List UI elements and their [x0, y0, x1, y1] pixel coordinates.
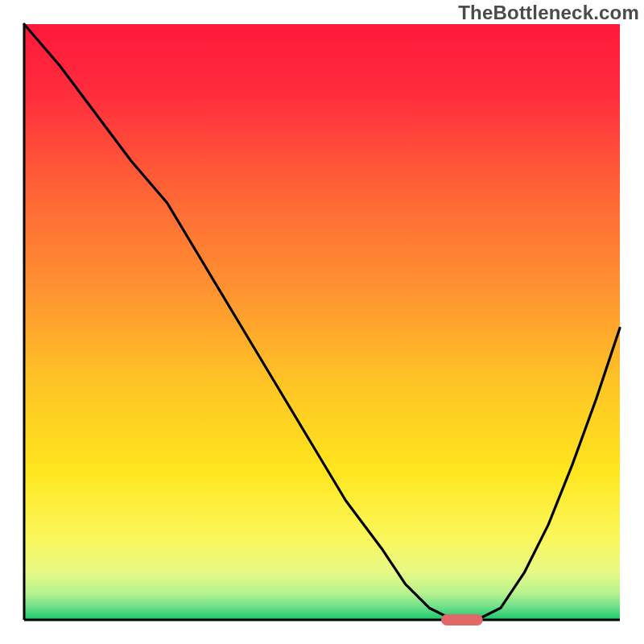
optimal-marker	[441, 614, 483, 625]
bottleneck-chart	[0, 0, 644, 644]
plot-gradient-area	[24, 24, 620, 620]
